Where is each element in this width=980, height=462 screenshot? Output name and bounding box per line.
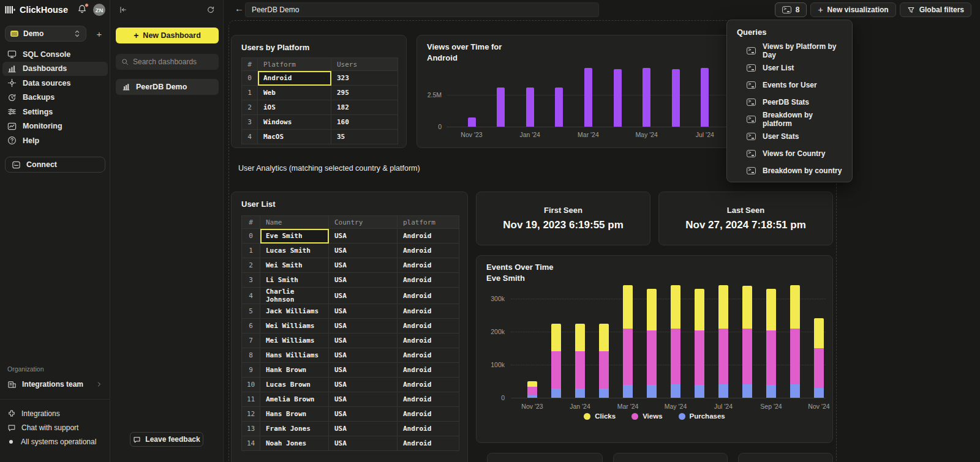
query-item-events-for-user[interactable]: Events for User <box>727 76 853 94</box>
bar-Feb24[interactable] <box>555 88 563 127</box>
stack-bar-Jan24[interactable] <box>575 324 585 398</box>
dashboard-title-input[interactable] <box>245 2 599 17</box>
table-cell[interactable]: Android <box>398 288 459 304</box>
table-cell[interactable]: Android <box>398 348 459 363</box>
query-item-user-list[interactable]: User List <box>727 59 853 76</box>
table-cell[interactable]: USA <box>329 273 398 288</box>
table-cell[interactable]: USA <box>329 378 398 392</box>
sidebar-item-settings[interactable]: Settings <box>2 105 108 119</box>
table-cell[interactable]: Charlie Johnson <box>260 288 329 304</box>
table-cell[interactable]: Hans Williams <box>260 348 329 363</box>
table-cell[interactable]: USA <box>329 244 398 258</box>
table-cell[interactable]: USA <box>329 258 398 273</box>
stack-bar-Nov24[interactable] <box>814 318 824 398</box>
stack-bar-Aug24[interactable] <box>742 286 752 398</box>
table-cell[interactable]: Hank Brown <box>260 363 329 378</box>
organization-team[interactable]: Integrations team <box>2 377 108 392</box>
table-cell[interactable]: 295 <box>331 86 398 100</box>
bar-May24[interactable] <box>643 68 650 127</box>
bar-Mar24[interactable] <box>584 68 592 127</box>
query-item-breakdown-by-country[interactable]: Breakdown by country <box>727 162 853 179</box>
table-cell[interactable]: USA <box>329 392 398 407</box>
table-cell[interactable]: USA <box>329 407 398 422</box>
add-service-button[interactable]: + <box>93 29 105 39</box>
table-cell[interactable]: Android <box>398 244 459 258</box>
query-item-views-for-country[interactable]: Views for Country <box>727 145 853 162</box>
bar-Jul24[interactable] <box>701 68 709 127</box>
table-cell[interactable]: USA <box>329 333 398 348</box>
stack-bar-Feb24[interactable] <box>599 324 609 398</box>
stack-bar-May24[interactable] <box>671 285 680 398</box>
table-cell[interactable]: 35 <box>331 130 398 144</box>
avatar[interactable]: ZN <box>93 4 105 16</box>
table-cell[interactable]: Frank Jones <box>260 422 329 436</box>
stack-bar-Dec23[interactable] <box>551 324 561 398</box>
bar-Apr24[interactable] <box>614 69 622 127</box>
table-cell[interactable]: Android <box>398 436 459 451</box>
query-item-breakdown-by-platform[interactable]: Breakdown by platform <box>727 111 853 128</box>
legend-clicks[interactable]: Clicks <box>584 412 616 420</box>
search-dashboards-input[interactable] <box>133 58 206 66</box>
query-item-peerdb-stats[interactable]: PeerDB Stats <box>727 94 853 111</box>
table-cell[interactable]: Android <box>398 392 459 407</box>
new-dashboard-button[interactable]: + New Dashboard <box>116 28 219 43</box>
table-cell[interactable]: Android <box>398 333 459 348</box>
table-cell[interactable]: Wei Williams <box>260 319 329 333</box>
table-cell[interactable]: Mei Williams <box>260 333 329 348</box>
stack-bar-Sep24[interactable] <box>766 289 776 398</box>
table-cell[interactable]: USA <box>329 436 398 451</box>
table-cell[interactable]: 182 <box>331 100 398 115</box>
table-cell[interactable]: USA <box>329 363 398 378</box>
sidebar-item-monitoring[interactable]: Monitoring <box>2 119 108 134</box>
stack-bar-Jul24[interactable] <box>718 285 728 398</box>
table-cell[interactable]: Android <box>398 422 459 436</box>
legend-views[interactable]: Views <box>631 412 662 420</box>
bar-Dec23[interactable] <box>497 88 505 127</box>
table-cell[interactable]: USA <box>329 422 398 436</box>
table-cell[interactable]: Hans Brown <box>260 407 329 422</box>
global-filters-button[interactable]: Global filters <box>900 2 971 17</box>
table-cell[interactable]: USA <box>329 304 398 319</box>
sidebar-item-backups[interactable]: Backups <box>2 91 108 105</box>
search-dashboards-box[interactable] <box>116 54 219 70</box>
table-cell[interactable]: Li Smith <box>260 273 329 288</box>
table-cell[interactable]: MacOS <box>258 130 331 144</box>
back-button[interactable]: ← <box>235 3 244 13</box>
table-cell[interactable]: iOS <box>258 100 331 115</box>
table-cell[interactable]: Windows <box>258 115 331 130</box>
table-cell[interactable]: Android <box>398 363 459 378</box>
sidebar-item-sql-console[interactable]: SQL Console <box>2 47 108 62</box>
notifications-bell-icon[interactable] <box>77 4 88 15</box>
table-cell[interactable]: USA <box>329 319 398 333</box>
stack-bar-Jun24[interactable] <box>695 289 704 398</box>
table-cell[interactable]: 323 <box>331 71 398 86</box>
refresh-icon[interactable] <box>206 6 215 14</box>
dashboard-list-item[interactable]: PeerDB Demo <box>116 79 219 95</box>
query-item-views-by-platform-by-day[interactable]: Views by Platform by Day <box>727 42 853 59</box>
table-cell[interactable]: Noah Jones <box>260 436 329 451</box>
table-cell[interactable]: USA <box>329 288 398 304</box>
table-cell[interactable]: USA <box>329 229 398 244</box>
footer-item-integrations[interactable]: Integrations <box>2 406 108 420</box>
table-cell[interactable]: Amelia Brown <box>260 392 329 407</box>
table-cell[interactable]: 160 <box>331 115 398 130</box>
stack-bar-Mar24[interactable] <box>623 285 633 398</box>
table-cell[interactable]: Android <box>398 258 459 273</box>
table-cell[interactable]: USA <box>329 348 398 363</box>
bar-Nov23[interactable] <box>468 117 476 127</box>
queries-count-button[interactable]: 8 <box>775 2 807 17</box>
sidebar-item-dashboards[interactable]: Dashboards <box>2 62 108 76</box>
new-visualization-button[interactable]: + New visualization <box>810 2 895 17</box>
stack-bar-Apr24[interactable] <box>647 289 657 398</box>
table-cell[interactable]: Android <box>398 304 459 319</box>
leave-feedback-button[interactable]: Leave feedback <box>130 432 203 447</box>
table-cell[interactable]: Web <box>258 86 331 100</box>
table-cell[interactable]: Android <box>398 229 459 244</box>
legend-purchases[interactable]: Purchases <box>679 412 725 420</box>
table-cell[interactable]: Lucas Smith <box>260 244 329 258</box>
sidebar-item-help[interactable]: Help <box>2 133 108 148</box>
table-cell[interactable]: Android <box>398 273 459 288</box>
connect-button[interactable]: Connect <box>5 157 105 173</box>
footer-item-chat-with-support[interactable]: Chat with support <box>2 420 108 434</box>
table-cell[interactable]: Wei Smith <box>260 258 329 273</box>
